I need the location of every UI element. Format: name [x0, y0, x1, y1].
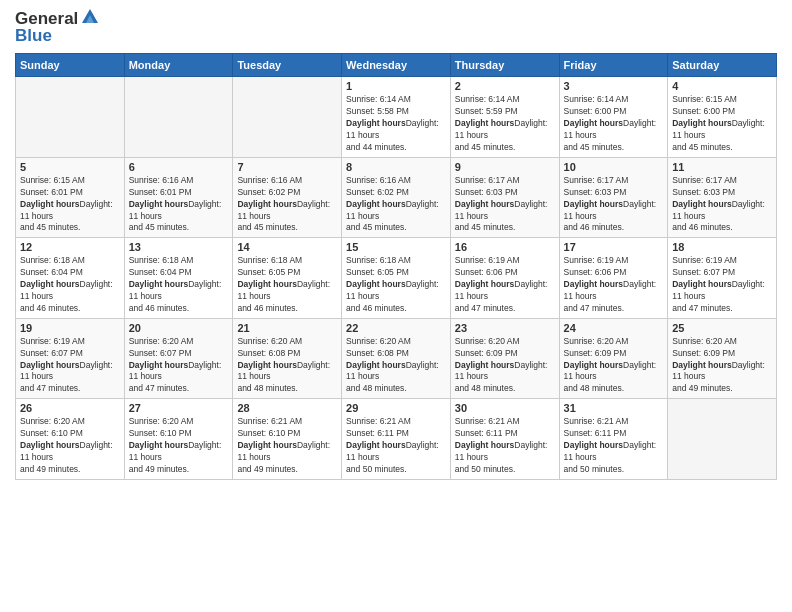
- day-cell: 26Sunrise: 6:20 AMSunset: 6:10 PMDayligh…: [16, 399, 125, 479]
- weekday-header-saturday: Saturday: [668, 54, 777, 77]
- day-number: 12: [20, 241, 120, 253]
- day-number: 8: [346, 161, 446, 173]
- logo-icon: [80, 7, 100, 27]
- day-number: 7: [237, 161, 337, 173]
- day-cell: 30Sunrise: 6:21 AMSunset: 6:11 PMDayligh…: [450, 399, 559, 479]
- day-number: 30: [455, 402, 555, 414]
- day-cell: 17Sunrise: 6:19 AMSunset: 6:06 PMDayligh…: [559, 238, 668, 318]
- day-cell: 3Sunrise: 6:14 AMSunset: 6:00 PMDaylight…: [559, 77, 668, 157]
- day-cell: [233, 77, 342, 157]
- day-cell: 13Sunrise: 6:18 AMSunset: 6:04 PMDayligh…: [124, 238, 233, 318]
- day-info: Sunrise: 6:19 AMSunset: 6:06 PMDaylight …: [455, 255, 555, 314]
- day-number: 16: [455, 241, 555, 253]
- day-cell: 1Sunrise: 6:14 AMSunset: 5:58 PMDaylight…: [342, 77, 451, 157]
- day-info: Sunrise: 6:21 AMSunset: 6:11 PMDaylight …: [455, 416, 555, 475]
- day-info: Sunrise: 6:21 AMSunset: 6:11 PMDaylight …: [564, 416, 664, 475]
- day-info: Sunrise: 6:19 AMSunset: 6:06 PMDaylight …: [564, 255, 664, 314]
- day-info: Sunrise: 6:20 AMSunset: 6:09 PMDaylight …: [455, 336, 555, 395]
- week-row-2: 5Sunrise: 6:15 AMSunset: 6:01 PMDaylight…: [16, 157, 777, 237]
- day-cell: 12Sunrise: 6:18 AMSunset: 6:04 PMDayligh…: [16, 238, 125, 318]
- day-cell: 15Sunrise: 6:18 AMSunset: 6:05 PMDayligh…: [342, 238, 451, 318]
- weekday-row: SundayMondayTuesdayWednesdayThursdayFrid…: [16, 54, 777, 77]
- day-info: Sunrise: 6:20 AMSunset: 6:08 PMDaylight …: [346, 336, 446, 395]
- day-number: 20: [129, 322, 229, 334]
- header: General Blue: [15, 10, 777, 45]
- day-info: Sunrise: 6:20 AMSunset: 6:09 PMDaylight …: [672, 336, 772, 395]
- day-info: Sunrise: 6:20 AMSunset: 6:07 PMDaylight …: [129, 336, 229, 395]
- day-cell: 4Sunrise: 6:15 AMSunset: 6:00 PMDaylight…: [668, 77, 777, 157]
- day-info: Sunrise: 6:18 AMSunset: 6:04 PMDaylight …: [129, 255, 229, 314]
- day-cell: 28Sunrise: 6:21 AMSunset: 6:10 PMDayligh…: [233, 399, 342, 479]
- day-cell: 31Sunrise: 6:21 AMSunset: 6:11 PMDayligh…: [559, 399, 668, 479]
- day-cell: 29Sunrise: 6:21 AMSunset: 6:11 PMDayligh…: [342, 399, 451, 479]
- weekday-header-sunday: Sunday: [16, 54, 125, 77]
- week-row-1: 1Sunrise: 6:14 AMSunset: 5:58 PMDaylight…: [16, 77, 777, 157]
- day-number: 14: [237, 241, 337, 253]
- day-info: Sunrise: 6:17 AMSunset: 6:03 PMDaylight …: [672, 175, 772, 234]
- day-info: Sunrise: 6:14 AMSunset: 5:59 PMDaylight …: [455, 94, 555, 153]
- day-number: 1: [346, 80, 446, 92]
- day-number: 25: [672, 322, 772, 334]
- day-cell: 2Sunrise: 6:14 AMSunset: 5:59 PMDaylight…: [450, 77, 559, 157]
- day-number: 15: [346, 241, 446, 253]
- day-cell: 22Sunrise: 6:20 AMSunset: 6:08 PMDayligh…: [342, 318, 451, 398]
- day-info: Sunrise: 6:17 AMSunset: 6:03 PMDaylight …: [455, 175, 555, 234]
- day-number: 27: [129, 402, 229, 414]
- day-info: Sunrise: 6:14 AMSunset: 6:00 PMDaylight …: [564, 94, 664, 153]
- day-cell: 10Sunrise: 6:17 AMSunset: 6:03 PMDayligh…: [559, 157, 668, 237]
- day-number: 6: [129, 161, 229, 173]
- day-info: Sunrise: 6:16 AMSunset: 6:02 PMDaylight …: [237, 175, 337, 234]
- day-number: 18: [672, 241, 772, 253]
- weekday-header-friday: Friday: [559, 54, 668, 77]
- day-cell: 7Sunrise: 6:16 AMSunset: 6:02 PMDaylight…: [233, 157, 342, 237]
- day-number: 10: [564, 161, 664, 173]
- day-number: 4: [672, 80, 772, 92]
- day-number: 22: [346, 322, 446, 334]
- day-info: Sunrise: 6:20 AMSunset: 6:09 PMDaylight …: [564, 336, 664, 395]
- day-cell: 16Sunrise: 6:19 AMSunset: 6:06 PMDayligh…: [450, 238, 559, 318]
- weekday-header-tuesday: Tuesday: [233, 54, 342, 77]
- day-number: 5: [20, 161, 120, 173]
- weekday-header-thursday: Thursday: [450, 54, 559, 77]
- day-cell: 8Sunrise: 6:16 AMSunset: 6:02 PMDaylight…: [342, 157, 451, 237]
- week-row-3: 12Sunrise: 6:18 AMSunset: 6:04 PMDayligh…: [16, 238, 777, 318]
- day-info: Sunrise: 6:18 AMSunset: 6:05 PMDaylight …: [346, 255, 446, 314]
- day-cell: 14Sunrise: 6:18 AMSunset: 6:05 PMDayligh…: [233, 238, 342, 318]
- day-info: Sunrise: 6:15 AMSunset: 6:00 PMDaylight …: [672, 94, 772, 153]
- day-number: 26: [20, 402, 120, 414]
- day-cell: 23Sunrise: 6:20 AMSunset: 6:09 PMDayligh…: [450, 318, 559, 398]
- day-info: Sunrise: 6:20 AMSunset: 6:10 PMDaylight …: [20, 416, 120, 475]
- day-number: 29: [346, 402, 446, 414]
- weekday-header-monday: Monday: [124, 54, 233, 77]
- day-number: 2: [455, 80, 555, 92]
- week-row-4: 19Sunrise: 6:19 AMSunset: 6:07 PMDayligh…: [16, 318, 777, 398]
- day-number: 23: [455, 322, 555, 334]
- day-number: 21: [237, 322, 337, 334]
- calendar-header: SundayMondayTuesdayWednesdayThursdayFrid…: [16, 54, 777, 77]
- day-number: 3: [564, 80, 664, 92]
- calendar-table: SundayMondayTuesdayWednesdayThursdayFrid…: [15, 53, 777, 479]
- day-info: Sunrise: 6:18 AMSunset: 6:05 PMDaylight …: [237, 255, 337, 314]
- logo: General Blue: [15, 10, 100, 45]
- day-cell: 20Sunrise: 6:20 AMSunset: 6:07 PMDayligh…: [124, 318, 233, 398]
- day-cell: 11Sunrise: 6:17 AMSunset: 6:03 PMDayligh…: [668, 157, 777, 237]
- day-number: 19: [20, 322, 120, 334]
- day-info: Sunrise: 6:18 AMSunset: 6:04 PMDaylight …: [20, 255, 120, 314]
- day-number: 11: [672, 161, 772, 173]
- day-cell: 6Sunrise: 6:16 AMSunset: 6:01 PMDaylight…: [124, 157, 233, 237]
- week-row-5: 26Sunrise: 6:20 AMSunset: 6:10 PMDayligh…: [16, 399, 777, 479]
- day-number: 17: [564, 241, 664, 253]
- day-cell: 18Sunrise: 6:19 AMSunset: 6:07 PMDayligh…: [668, 238, 777, 318]
- day-info: Sunrise: 6:21 AMSunset: 6:10 PMDaylight …: [237, 416, 337, 475]
- day-info: Sunrise: 6:17 AMSunset: 6:03 PMDaylight …: [564, 175, 664, 234]
- day-number: 31: [564, 402, 664, 414]
- calendar-body: 1Sunrise: 6:14 AMSunset: 5:58 PMDaylight…: [16, 77, 777, 479]
- day-cell: [668, 399, 777, 479]
- day-number: 9: [455, 161, 555, 173]
- day-number: 28: [237, 402, 337, 414]
- day-cell: 9Sunrise: 6:17 AMSunset: 6:03 PMDaylight…: [450, 157, 559, 237]
- day-cell: 19Sunrise: 6:19 AMSunset: 6:07 PMDayligh…: [16, 318, 125, 398]
- day-info: Sunrise: 6:15 AMSunset: 6:01 PMDaylight …: [20, 175, 120, 234]
- day-info: Sunrise: 6:14 AMSunset: 5:58 PMDaylight …: [346, 94, 446, 153]
- day-info: Sunrise: 6:16 AMSunset: 6:02 PMDaylight …: [346, 175, 446, 234]
